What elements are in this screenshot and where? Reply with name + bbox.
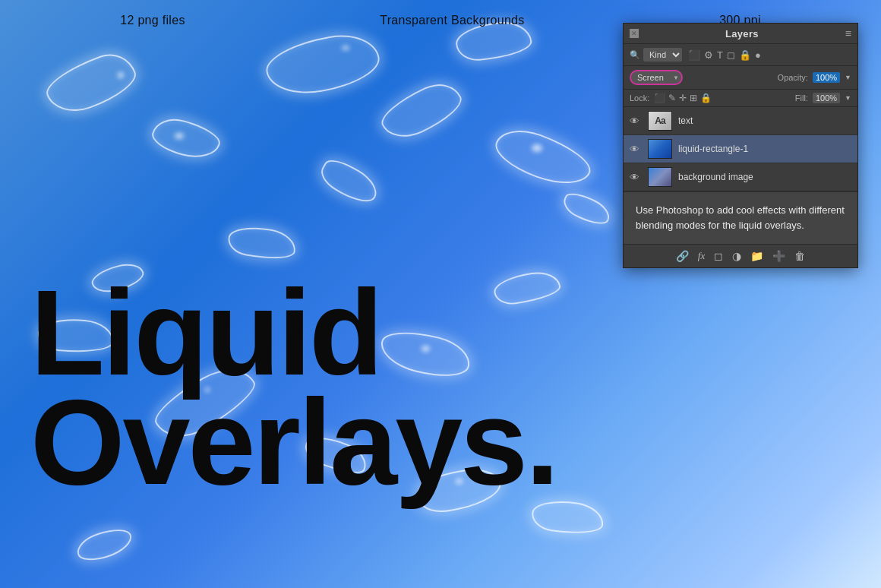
add-layer-icon[interactable]: ➕: [772, 250, 785, 262]
blending-row: Screen Normal Multiply Overlay ▼ Opacity…: [624, 66, 857, 90]
delete-layer-icon[interactable]: 🗑: [794, 250, 805, 262]
layer-visibility-eye-liquid[interactable]: 👁: [630, 144, 642, 155]
blending-mode-wrapper: Screen Normal Multiply Overlay ▼: [630, 70, 683, 85]
fill-adjust-icon[interactable]: ◻: [714, 250, 723, 262]
search-icon: 🔍: [630, 50, 640, 60]
fill-label: Fill:: [795, 93, 808, 103]
panel-titlebar: ✕ Layers ≡: [624, 24, 857, 44]
photoshop-layers-panel: ✕ Layers ≡ 🔍 Kind ⬛ ⚙ T ◻ 🔒 ● Screen Nor…: [623, 23, 858, 268]
layer-visibility-eye-bg[interactable]: 👁: [630, 172, 642, 183]
lock-transform-icon[interactable]: ✛: [679, 93, 687, 103]
filter-icons: ⬛ ⚙ T ◻ 🔒 ●: [688, 49, 761, 61]
lock-label: Lock:: [630, 93, 649, 103]
panel-bottom-bar: 🔗 fx ◻ ◑ 📁 ➕ 🗑: [624, 244, 857, 267]
blending-mode-select[interactable]: Screen Normal Multiply Overlay: [630, 70, 683, 85]
kind-select[interactable]: Kind: [643, 48, 682, 62]
lock-all-icon[interactable]: 🔒: [700, 93, 712, 103]
layer-name-liquid: liquid-rectangle-1: [678, 144, 851, 154]
shape-filter-icon[interactable]: ◻: [727, 49, 735, 61]
transparent-label: Transparent Backgrounds: [380, 14, 524, 27]
lock-artboard-icon[interactable]: ⊞: [690, 93, 697, 103]
layer-visibility-eye-text[interactable]: 👁: [630, 115, 642, 127]
adjustment-filter-icon[interactable]: ⚙: [704, 49, 713, 61]
layer-thumbnail-text: Aa: [648, 111, 672, 131]
panel-description: Use Photoshop to add cool effects with d…: [624, 191, 857, 244]
title-line-2: Overlays.: [30, 387, 557, 497]
kind-toolbar: 🔍 Kind ⬛ ⚙ T ◻ 🔒 ●: [624, 44, 857, 66]
description-text: Use Photoshop to add cool effects with d…: [636, 203, 845, 233]
fx-icon[interactable]: fx: [698, 250, 705, 262]
opacity-label: Opacity:: [778, 73, 808, 82]
layer-name-bg: background image: [678, 172, 851, 182]
folder-icon[interactable]: 📁: [750, 250, 763, 262]
lock-row: Lock: ⬛ ✎ ✛ ⊞ 🔒 Fill: 100% ▼: [624, 90, 857, 107]
panel-close-button[interactable]: ✕: [630, 29, 639, 38]
layer-row-liquid[interactable]: 👁 liquid-rectangle-1: [624, 135, 857, 163]
lock-pixels-icon[interactable]: ⬛: [654, 93, 665, 103]
opacity-value[interactable]: 100%: [813, 72, 840, 83]
layer-thumbnail-liquid: [648, 139, 672, 159]
opacity-dropdown-arrow[interactable]: ▼: [845, 74, 851, 81]
layer-thumbnail-bg: [648, 167, 672, 187]
panel-title: Layers: [725, 28, 759, 40]
type-filter-icon[interactable]: T: [717, 49, 723, 61]
layer-row-background[interactable]: 👁 background image: [624, 163, 857, 191]
circle-half-icon[interactable]: ◑: [732, 250, 741, 262]
layer-name-text: text: [678, 115, 851, 126]
lock-position-icon[interactable]: ✎: [668, 93, 676, 103]
smart-filter-icon[interactable]: 🔒: [739, 49, 751, 61]
fill-dropdown-arrow[interactable]: ▼: [845, 94, 851, 102]
main-title: Liquid Overlays.: [30, 278, 557, 497]
fill-value[interactable]: 100%: [813, 93, 840, 103]
link-icon[interactable]: 🔗: [676, 250, 689, 262]
png-count-label: 12 png files: [120, 14, 185, 27]
lock-icons-group: ⬛ ✎ ✛ ⊞ 🔒: [654, 93, 712, 103]
panel-menu-icon[interactable]: ≡: [845, 27, 851, 40]
title-line-1: Liquid: [30, 278, 557, 387]
layers-list: 👁 Aa text 👁 liquid-rectangle-1 👁 backgro…: [624, 107, 857, 191]
extra-filter-icon[interactable]: ●: [755, 49, 761, 61]
layer-row-text[interactable]: 👁 Aa text: [624, 107, 857, 135]
pixel-filter-icon[interactable]: ⬛: [688, 49, 700, 61]
